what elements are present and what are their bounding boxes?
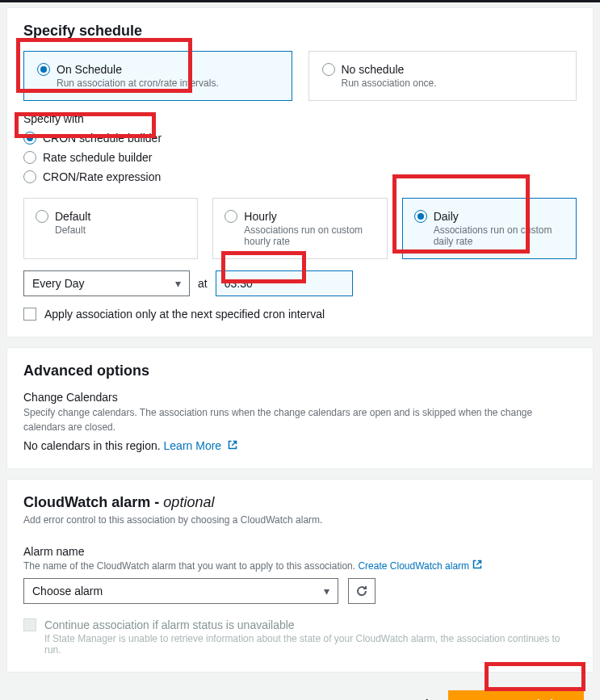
choose-alarm-select[interactable]: Choose alarm ▾ (23, 578, 338, 604)
freq-hourly-desc: Associations run on custom hourly rate (244, 224, 375, 247)
external-link-icon (228, 440, 237, 450)
cron-builder-radio[interactable] (23, 132, 36, 145)
no-calendars-text: No calendars in this region. (23, 439, 161, 452)
external-link-icon (472, 560, 482, 569)
on-schedule-desc: Run association at cron/rate intervals. (57, 78, 279, 89)
schedule-mode-no-schedule[interactable]: No schedule Run association once. (308, 51, 577, 101)
learn-more-link[interactable]: Learn More (164, 439, 237, 452)
specify-with-label: Specify with (23, 112, 577, 125)
change-calendars-label: Change Calendars (23, 391, 577, 404)
choose-alarm-placeholder: Choose alarm (32, 585, 103, 597)
specify-schedule-title: Specify schedule (23, 23, 577, 40)
create-cloudwatch-alarm-link[interactable]: Create CloudWatch alarm (358, 560, 482, 572)
on-schedule-radio[interactable] (37, 63, 50, 76)
no-schedule-radio[interactable] (322, 63, 335, 76)
no-schedule-desc: Run association once. (342, 78, 564, 89)
refresh-icon (355, 585, 368, 597)
cron-builder-label: CRON schedule builder (43, 132, 162, 145)
learn-more-label: Learn More (164, 439, 222, 452)
caret-down-icon: ▾ (324, 585, 329, 597)
freq-hourly-label: Hourly (244, 210, 276, 223)
rate-builder-label: Rate schedule builder (43, 151, 152, 164)
caret-down-icon: ▾ (175, 277, 181, 290)
freq-hourly-radio[interactable] (224, 210, 237, 223)
continue-if-unavailable-label: Continue association if alarm status is … (44, 618, 577, 631)
freq-default-desc: Default (55, 224, 186, 236)
cancel-button[interactable]: Cancel (387, 691, 434, 700)
cron-rate-expr-label: CRON/Rate expression (43, 170, 161, 183)
apply-next-interval-label: Apply association only at the next speci… (44, 308, 325, 321)
freq-card-default[interactable]: Default Default (23, 198, 198, 259)
alarm-name-desc: The name of the CloudWatch alarm that yo… (23, 560, 358, 572)
every-day-select-value: Every Day (32, 277, 85, 290)
continue-if-unavailable-checkbox (23, 618, 36, 631)
freq-daily-radio[interactable] (414, 210, 427, 223)
no-schedule-label: No schedule (342, 63, 405, 76)
every-day-select[interactable]: Every Day ▾ (23, 270, 190, 296)
rate-builder-radio[interactable] (23, 151, 36, 164)
refresh-button[interactable] (348, 578, 376, 604)
specify-with-cron-builder[interactable]: CRON schedule builder (23, 132, 577, 145)
cron-rate-expr-radio[interactable] (23, 170, 36, 183)
alarm-name-label: Alarm name (23, 545, 577, 558)
specify-with-cron-rate-expression[interactable]: CRON/Rate expression (23, 170, 577, 183)
change-calendars-desc: Specify change calendars. The associatio… (23, 405, 577, 434)
apply-next-interval-checkbox[interactable] (23, 308, 36, 321)
schedule-mode-on-schedule[interactable]: On Schedule Run association at cron/rate… (23, 51, 292, 101)
time-input[interactable] (216, 270, 353, 296)
freq-card-daily[interactable]: Daily Associations run on custom daily r… (402, 198, 577, 259)
cloudwatch-title-optional: optional (163, 494, 214, 510)
freq-default-radio[interactable] (36, 210, 48, 223)
cloudwatch-alarm-title: CloudWatch alarm - optional (23, 494, 577, 511)
on-schedule-label: On Schedule (57, 63, 122, 76)
freq-card-hourly[interactable]: Hourly Associations run on custom hourly… (212, 198, 387, 259)
specify-with-rate-builder[interactable]: Rate schedule builder (23, 151, 577, 164)
freq-daily-label: Daily (434, 210, 459, 223)
create-association-button[interactable]: Create Association (448, 690, 584, 700)
advanced-options-title: Advanced options (23, 363, 577, 379)
freq-daily-desc: Associations run on custom daily rate (434, 224, 564, 247)
cloudwatch-title-dash: - (150, 494, 163, 510)
cloudwatch-desc: Add error control to this association by… (23, 514, 577, 526)
create-alarm-link-label: Create CloudWatch alarm (358, 560, 469, 572)
cloudwatch-title-main: CloudWatch alarm (23, 494, 150, 510)
at-label: at (198, 277, 208, 290)
freq-default-label: Default (55, 210, 90, 223)
continue-if-unavailable-desc: If State Manager is unable to retrieve i… (44, 633, 577, 656)
